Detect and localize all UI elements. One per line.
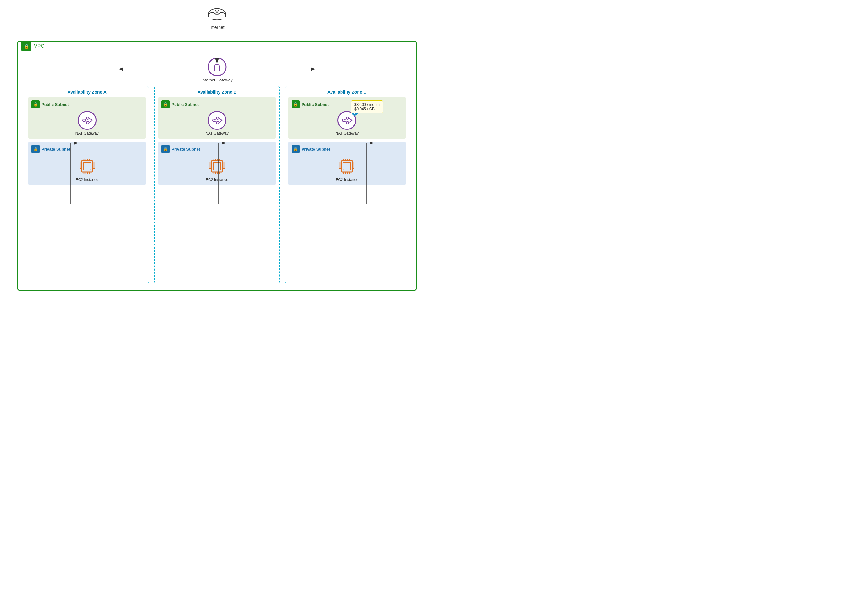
svg-point-33 bbox=[216, 121, 219, 124]
igw-icon: ⋂ bbox=[208, 58, 226, 76]
ec2-chip-icon-c bbox=[337, 156, 357, 176]
vpc-label: VPC bbox=[34, 43, 44, 49]
subnet-label-row-b: 🔒 Public Subnet bbox=[161, 100, 272, 108]
nat-icon-b bbox=[208, 111, 226, 130]
svg-point-57 bbox=[346, 117, 349, 120]
private-subnet-badge-c: 🔒 bbox=[291, 145, 300, 153]
svg-point-58 bbox=[346, 121, 349, 124]
internet-section: Internet bbox=[205, 6, 229, 30]
svg-line-10 bbox=[85, 121, 86, 122]
vpc-label-area: 🔒 VPC bbox=[21, 41, 44, 51]
private-lock-icon-c: 🔒 bbox=[293, 147, 298, 151]
diagram-container: Internet 🔒 VPC ⋂ Internet Gateway Availa… bbox=[0, 0, 434, 300]
nat-router-svg-b bbox=[211, 116, 223, 125]
price-line2: $0.045 / GB bbox=[354, 107, 379, 111]
svg-line-60 bbox=[345, 121, 346, 122]
az-zone-b: Availability Zone B 🔒 Public Subnet bbox=[155, 86, 279, 283]
svg-rect-64 bbox=[343, 162, 351, 170]
nat-section-a: NAT Gateway bbox=[32, 111, 143, 135]
private-lock-icon-b: 🔒 bbox=[163, 147, 168, 151]
nat-icon-a bbox=[78, 111, 97, 130]
public-subnet-badge-a: 🔒 bbox=[32, 100, 39, 108]
nat-label-a: NAT Gateway bbox=[76, 131, 99, 135]
svg-rect-5 bbox=[208, 15, 225, 19]
price-line1: $32.00 / month bbox=[354, 103, 379, 107]
svg-point-56 bbox=[343, 119, 345, 122]
subnet-label-row-a: 🔒 Public Subnet bbox=[32, 100, 143, 108]
public-lock-icon-c: 🔒 bbox=[293, 102, 298, 106]
public-subnet-name-b: Public Subnet bbox=[171, 102, 199, 107]
ec2-chip-icon-a bbox=[77, 156, 97, 176]
svg-point-7 bbox=[86, 117, 89, 120]
private-subnet-badge-a: 🔒 bbox=[32, 145, 39, 153]
private-subnet-badge-b: 🔒 bbox=[161, 145, 170, 153]
internet-label: Internet bbox=[209, 25, 224, 30]
ec2-chip-icon-b bbox=[207, 156, 227, 176]
public-subnet-name-c: Public Subnet bbox=[302, 102, 329, 107]
vpc-badge: 🔒 bbox=[21, 41, 32, 51]
igw-section: ⋂ Internet Gateway bbox=[202, 58, 233, 82]
cloud-icon bbox=[205, 6, 229, 24]
private-subnet-c: 🔒 Private Subnet bbox=[288, 142, 406, 185]
svg-line-9 bbox=[85, 119, 86, 120]
private-subnet-b: 🔒 Private Subnet bbox=[158, 142, 276, 185]
vpc-box: 🔒 VPC ⋂ Internet Gateway Availability Zo… bbox=[17, 41, 417, 291]
svg-point-31 bbox=[212, 119, 215, 122]
public-subnet-badge-c: 🔒 bbox=[291, 100, 300, 108]
az-container: Availability Zone A 🔒 Public Subnet bbox=[24, 86, 410, 283]
ec2-section-b: EC2 Instance bbox=[161, 156, 272, 182]
svg-point-6 bbox=[83, 119, 85, 122]
ec2-section-c: EC2 Instance bbox=[291, 156, 402, 182]
public-subnet-a: 🔒 Public Subnet bbox=[28, 97, 146, 139]
svg-rect-14 bbox=[83, 162, 91, 170]
az-zone-a: Availability Zone A 🔒 Public Subnet bbox=[24, 86, 149, 283]
public-subnet-b: 🔒 Public Subnet bbox=[158, 97, 276, 139]
subnet-label-row-c: 🔒 Public Subnet bbox=[291, 100, 402, 108]
svg-line-35 bbox=[215, 121, 216, 122]
ec2-label-c: EC2 Instance bbox=[335, 177, 358, 182]
price-tooltip: $32.00 / month $0.045 / GB bbox=[351, 100, 383, 114]
svg-rect-39 bbox=[213, 162, 221, 170]
nat-router-svg-a bbox=[81, 116, 93, 125]
private-label-row-a: 🔒 Private Subnet bbox=[32, 145, 143, 153]
vpc-lock-icon: 🔒 bbox=[24, 44, 29, 49]
igw-arch-icon: ⋂ bbox=[214, 62, 220, 71]
public-lock-icon-b: 🔒 bbox=[163, 102, 168, 106]
private-subnet-name-a: Private Subnet bbox=[41, 147, 70, 152]
public-subnet-name-a: Public Subnet bbox=[41, 102, 69, 107]
ec2-section-a: EC2 Instance bbox=[32, 156, 143, 182]
az-c-title: Availability Zone C bbox=[288, 89, 406, 95]
private-subnet-name-b: Private Subnet bbox=[171, 147, 200, 152]
public-subnet-c: 🔒 Public Subnet $32.00 / month $0.045 / … bbox=[288, 97, 406, 139]
nat-label-b: NAT Gateway bbox=[205, 131, 229, 135]
ec2-label-a: EC2 Instance bbox=[76, 177, 99, 182]
ec2-label-b: EC2 Instance bbox=[206, 177, 228, 182]
private-label-row-b: 🔒 Private Subnet bbox=[161, 145, 272, 153]
nat-router-svg-c bbox=[341, 116, 353, 125]
public-subnet-badge-b: 🔒 bbox=[161, 100, 170, 108]
az-zone-c: Availability Zone C 🔒 Public Subnet $32.… bbox=[285, 86, 410, 283]
az-a-title: Availability Zone A bbox=[28, 89, 146, 95]
nat-section-c: i NAT Gateway bbox=[291, 111, 402, 135]
igw-label: Internet Gateway bbox=[202, 78, 233, 82]
svg-line-34 bbox=[215, 119, 216, 120]
nat-icon-c: i bbox=[337, 111, 356, 130]
nat-label-c: NAT Gateway bbox=[335, 131, 359, 135]
private-label-row-c: 🔒 Private Subnet bbox=[291, 145, 402, 153]
svg-point-8 bbox=[86, 121, 89, 124]
az-b-title: Availability Zone B bbox=[158, 89, 276, 95]
private-subnet-name-c: Private Subnet bbox=[302, 147, 330, 152]
private-lock-icon-a: 🔒 bbox=[33, 147, 38, 151]
public-lock-icon-a: 🔒 bbox=[33, 102, 38, 106]
nat-section-b: NAT Gateway bbox=[161, 111, 272, 135]
private-subnet-a: 🔒 Private Subnet bbox=[28, 142, 146, 185]
svg-point-32 bbox=[216, 117, 219, 120]
svg-line-59 bbox=[345, 119, 346, 120]
